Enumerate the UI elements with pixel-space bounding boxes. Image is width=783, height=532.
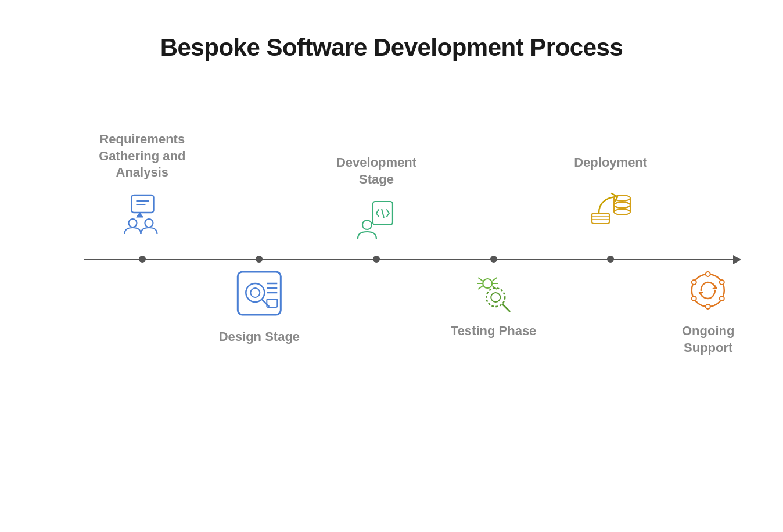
svg-point-24: [491, 293, 501, 302]
requirements-icon: [119, 190, 166, 237]
design-label: Design Stage: [219, 329, 300, 346]
svg-point-6: [246, 283, 264, 302]
timeline-area: RequirementsGathering andAnalysis: [49, 96, 734, 433]
stage-deployment: Deployment: [574, 154, 647, 227]
svg-point-44: [692, 280, 696, 285]
svg-line-14: [382, 209, 384, 218]
dot-design: [256, 256, 263, 263]
svg-point-41: [720, 296, 724, 301]
deployment-icon: [587, 181, 634, 227]
stage-design: Design Stage: [219, 267, 300, 346]
svg-point-34: [614, 202, 630, 208]
svg-line-12: [262, 300, 269, 307]
timeline-line: [84, 259, 734, 260]
development-icon: [353, 197, 400, 243]
support-label: OngoingSupport: [682, 323, 734, 356]
stage-support: OngoingSupport: [682, 267, 734, 356]
stage-testing: Testing Phase: [451, 267, 537, 340]
support-icon: [685, 267, 731, 314]
development-label: DevelopmentStage: [336, 154, 416, 188]
svg-line-19: [479, 286, 483, 289]
svg-line-17: [479, 278, 483, 281]
svg-line-25: [503, 304, 510, 311]
svg-point-4: [145, 219, 153, 227]
dot-requirements: [139, 256, 146, 263]
dot-testing: [490, 256, 497, 263]
testing-label: Testing Phase: [451, 323, 537, 340]
testing-icon: [470, 267, 517, 314]
stage-development: DevelopmentStage: [336, 154, 416, 243]
svg-point-38: [692, 274, 724, 307]
page-title: Bespoke Software Development Process: [160, 34, 623, 62]
svg-point-15: [362, 220, 372, 229]
requirements-label: RequirementsGathering andAnalysis: [99, 131, 185, 181]
svg-point-42: [706, 304, 710, 309]
svg-point-39: [706, 272, 710, 276]
svg-point-43: [692, 296, 696, 301]
deployment-label: Deployment: [574, 154, 647, 171]
svg-line-20: [493, 278, 497, 281]
dot-deployment: [607, 256, 614, 263]
svg-point-40: [720, 280, 724, 285]
svg-point-3: [129, 219, 137, 227]
svg-rect-26: [592, 213, 609, 224]
svg-point-37: [614, 209, 630, 215]
dot-development: [373, 256, 380, 263]
diagram-container: Bespoke Software Development Process Req…: [20, 16, 763, 516]
design-icon: [233, 267, 285, 319]
svg-point-16: [483, 279, 493, 288]
svg-point-7: [250, 288, 260, 297]
stage-requirements: RequirementsGathering andAnalysis: [99, 131, 185, 237]
